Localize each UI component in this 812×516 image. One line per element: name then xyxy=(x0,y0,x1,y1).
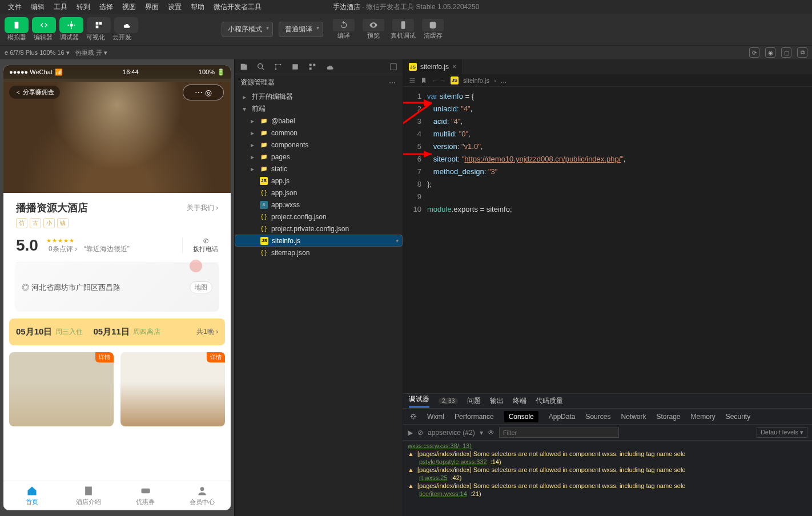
js-icon: JS xyxy=(260,177,268,185)
js-icon: JS xyxy=(409,63,417,71)
editor-tab-siteinfo[interactable]: JS siteinfo.js × xyxy=(403,59,463,74)
file-appwxss[interactable]: #app.wxss xyxy=(235,199,403,211)
collapse-icon[interactable] xyxy=(389,62,398,71)
dt-memory[interactable]: Memory xyxy=(691,413,715,421)
svg-point-12 xyxy=(275,68,277,70)
file-appjs[interactable]: JSapp.js xyxy=(235,175,403,187)
dt-sources[interactable]: Sources xyxy=(585,413,610,421)
clear-icon[interactable]: ⊘ xyxy=(417,429,423,437)
map-button[interactable]: 地图 xyxy=(190,281,212,293)
tree-root[interactable]: ▾前端 xyxy=(235,103,403,115)
dt-wxml[interactable]: Wxml xyxy=(427,413,444,421)
editor-button[interactable] xyxy=(32,17,56,33)
tab-home[interactable]: 首页 xyxy=(3,481,61,510)
close-icon[interactable]: × xyxy=(452,63,456,71)
filter-input[interactable] xyxy=(499,428,619,438)
about-link[interactable]: 关于我们 › xyxy=(187,203,218,213)
menu-file[interactable]: 文件 xyxy=(3,2,26,12)
folder-components[interactable]: ▸📁components xyxy=(235,139,403,151)
hotel-name: 播播资源大酒店 xyxy=(16,201,88,215)
inspect-icon[interactable]: ⯐ xyxy=(410,413,417,421)
reviews-link[interactable]: 0条点评 › xyxy=(49,245,77,253)
file-appjson[interactable]: { }app.json xyxy=(235,187,403,199)
search-icon[interactable] xyxy=(256,62,266,71)
hotreload-select[interactable]: 热重载 开 ▾ xyxy=(75,49,107,57)
tab-member[interactable]: 会员中心 xyxy=(174,481,231,510)
dt-tab-quality[interactable]: 代码质量 xyxy=(536,396,563,406)
room-card[interactable]: 详情 xyxy=(120,352,225,426)
menu-tools[interactable]: 工具 xyxy=(49,2,72,12)
json-icon: { } xyxy=(260,225,268,233)
dt-tab-problems[interactable]: 问题 xyxy=(467,396,481,406)
tab-coupon[interactable]: 优惠券 xyxy=(117,481,174,510)
battery: 100% xyxy=(199,68,215,75)
menu-goto[interactable]: 转到 xyxy=(72,2,95,12)
folder-pages[interactable]: ▸📁pages xyxy=(235,151,403,163)
float-icon[interactable]: ⧉ xyxy=(797,47,807,58)
date-bar[interactable]: 05月10日 周三入住 05月11日 周四离店 共1晚 › xyxy=(9,319,225,345)
dt-network[interactable]: Network xyxy=(621,413,646,421)
folder-common[interactable]: ▸📁common xyxy=(235,127,403,139)
debugger-button[interactable] xyxy=(59,17,83,33)
folder-babel[interactable]: ▸📁@babel xyxy=(235,115,403,127)
play-icon[interactable]: ▶ xyxy=(408,429,413,437)
menu-ui[interactable]: 界面 xyxy=(140,2,163,12)
ext-icon[interactable] xyxy=(308,62,317,71)
breadcrumb-file[interactable]: siteinfo.js xyxy=(463,77,489,84)
simulator-button[interactable] xyxy=(5,17,29,33)
context-select[interactable]: appservice (#2) xyxy=(428,429,475,437)
call-button[interactable]: ✆ 拨打电话 xyxy=(182,237,218,253)
dt-appdata[interactable]: AppData xyxy=(549,413,576,421)
device-icon[interactable]: ▢ xyxy=(781,47,791,58)
menu-view[interactable]: 视图 xyxy=(118,2,140,12)
tab-intro[interactable]: 酒店介绍 xyxy=(61,481,118,510)
eye-icon[interactable]: 👁 xyxy=(488,429,495,437)
simulator-panel: ●●●●● WeChat 📶 16:44 100% 🔋 ＜ 分享赚佣金 ⋯ ◎ … xyxy=(0,59,234,516)
clear-cache-button[interactable]: 清缓存 xyxy=(419,19,447,40)
tree-section-editors[interactable]: ▸打开的编辑器 xyxy=(235,91,403,103)
device-select[interactable]: e 6/7/8 Plus 100% 16 ▾ xyxy=(5,49,70,57)
file-projprivate[interactable]: { }project.private.config.json xyxy=(235,223,403,235)
refresh-icon[interactable]: ⟳ xyxy=(749,47,759,58)
file-siteinfo[interactable]: JSsiteinfo.js xyxy=(235,235,403,247)
cloud2-icon[interactable] xyxy=(325,62,334,71)
cloud-button[interactable] xyxy=(114,17,138,33)
menu-settings[interactable]: 设置 xyxy=(163,2,186,12)
compile-select[interactable]: 普通编译 xyxy=(279,22,323,37)
menu-edit[interactable]: 编辑 xyxy=(26,2,49,12)
mode-select[interactable]: 小程序模式 xyxy=(222,22,273,37)
list-icon[interactable] xyxy=(409,77,416,84)
explorer-more-icon[interactable]: ⋯ xyxy=(389,79,397,87)
json-icon: { } xyxy=(260,213,268,221)
folder-icon: 📁 xyxy=(260,129,268,137)
file-projconfig[interactable]: { }project.config.json xyxy=(235,211,403,223)
folder-static[interactable]: ▸📁static xyxy=(235,163,403,175)
visual-button[interactable] xyxy=(87,17,111,33)
share-chip[interactable]: ＜ 分享赚佣金 xyxy=(9,86,60,99)
record-icon[interactable]: ◉ xyxy=(765,47,775,58)
dt-tab-terminal[interactable]: 终端 xyxy=(513,396,526,406)
dt-perf[interactable]: Performance xyxy=(455,413,494,421)
capsule[interactable]: ⋯ ◎ xyxy=(183,84,224,100)
breadcrumb-more[interactable]: … xyxy=(501,77,507,84)
compile-button[interactable]: 编译 xyxy=(330,19,357,40)
console-logs[interactable]: wxss:css:wxss:38/: 13) ▲[pages/index/ind… xyxy=(403,441,812,516)
dt-storage[interactable]: Storage xyxy=(656,413,680,421)
file-sitemap[interactable]: { }sitemap.json xyxy=(235,247,403,259)
dt-console[interactable]: Console xyxy=(504,411,538,422)
dt-tab-debugger[interactable]: 调试器 xyxy=(409,394,429,408)
menu-help[interactable]: 帮助 xyxy=(186,2,209,12)
preview-button[interactable]: 预览 xyxy=(360,19,387,40)
levels-select[interactable]: Default levels ▾ xyxy=(757,427,807,438)
dt-tab-output[interactable]: 输出 xyxy=(490,396,504,406)
remote-debug-button[interactable]: 真机调试 xyxy=(389,19,417,40)
branch-icon[interactable] xyxy=(274,62,283,71)
menu-select[interactable]: 选择 xyxy=(95,2,118,12)
box-icon[interactable] xyxy=(291,62,300,71)
bookmark-icon[interactable] xyxy=(420,77,427,84)
room-card[interactable]: 详情 xyxy=(9,352,114,426)
menu-wxdev[interactable]: 微信开发者工具 xyxy=(209,2,266,12)
dt-security[interactable]: Security xyxy=(726,413,750,421)
code-area[interactable]: 12345678910 var siteinfo = { uniacid: "4… xyxy=(403,87,812,393)
files-icon[interactable] xyxy=(239,62,248,71)
